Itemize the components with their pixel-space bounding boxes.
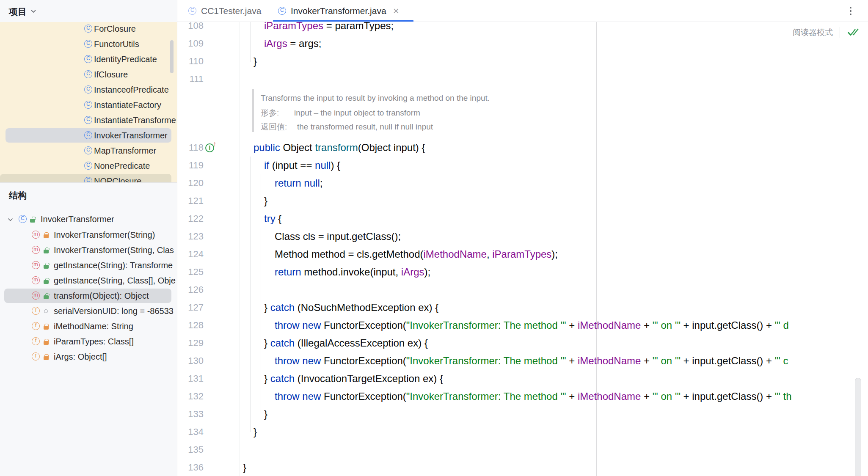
line-number-135[interactable]: 135 <box>177 441 204 459</box>
code-line-128[interactable]: throw new FunctorException("InvokerTrans… <box>275 316 789 334</box>
method-icon: m <box>32 261 40 269</box>
structure-member-0[interactable]: mInvokerTransformer(String) <box>0 227 177 242</box>
method-icon: m <box>32 292 40 300</box>
project-tree-item-instantiatefactory[interactable]: CInstantiateFactory <box>0 97 177 113</box>
code-line-125[interactable]: return method.invoke(input, iArgs); <box>275 263 430 281</box>
project-tree-item-invokertransformer[interactable]: CInvokerTransformer <box>0 128 177 143</box>
line-number-124[interactable]: 124 <box>177 245 204 263</box>
inspections-ok-check-icon[interactable] <box>847 27 860 38</box>
indent-guide <box>250 22 251 62</box>
editor-scrollbar-thumb[interactable] <box>855 378 861 476</box>
chevron-down-icon[interactable] <box>30 9 36 13</box>
doc-returns: 返回值:the transformed result, null if null… <box>261 121 433 133</box>
code-line-136[interactable]: } <box>243 459 246 476</box>
tab-close-icon[interactable]: × <box>393 7 399 15</box>
code-line-120[interactable]: return null; <box>275 174 322 192</box>
editor-options-kebab-icon[interactable] <box>844 5 857 17</box>
left-tool-window: 项目 CForClosureCFunctorUtilsCIdentityPred… <box>0 0 177 476</box>
structure-member-8[interactable]: fiArgs: Object[] <box>0 349 177 364</box>
class-icon: C <box>84 101 92 109</box>
structure-member-4[interactable]: mtransform(Object): Object <box>0 288 177 303</box>
structure-member-1[interactable]: mInvokerTransformer(String, Clas <box>0 242 177 258</box>
class-icon: C <box>84 70 92 78</box>
line-number-123[interactable]: 123 <box>177 228 204 245</box>
token-pln: Object <box>280 142 315 153</box>
project-tree-item-nonepredicate[interactable]: CNonePredicate <box>0 158 177 173</box>
code-line-132[interactable]: throw new FunctorException("InvokerTrans… <box>275 388 792 405</box>
line-number-129[interactable]: 129 <box>177 334 204 352</box>
line-number-130[interactable]: 130 <box>177 352 204 370</box>
structure-root-item[interactable]: CInvokerTransformer <box>0 212 177 227</box>
token-pln: (NoSuchMethodException ex) { <box>295 302 438 313</box>
code-line-124[interactable]: Method method = cls.getMethod(iMethodNam… <box>275 245 558 263</box>
code-line-131[interactable]: } catch (InvocationTargetException ex) { <box>264 370 443 388</box>
tab-cc1tester[interactable]: C CC1Tester.java <box>188 0 261 22</box>
tree-item-label: InstantiateTransforme <box>94 113 176 128</box>
line-number-111[interactable]: 111 <box>177 70 204 88</box>
structure-member-6[interactable]: fiMethodName: String <box>0 319 177 334</box>
project-tree-scrollbar[interactable] <box>170 40 174 73</box>
token-str: "' on '" <box>653 391 681 402</box>
structure-panel-header[interactable]: 结构 <box>0 182 177 207</box>
reader-mode-label: 阅读器模式 <box>793 27 833 38</box>
code-line-134[interactable]: } <box>254 423 257 441</box>
line-number-127[interactable]: 127 <box>177 299 204 316</box>
structure-member-3[interactable]: mgetInstance(String, Class[], Obje <box>0 273 177 288</box>
code-line-109[interactable]: iArgs = args; <box>264 35 321 52</box>
code-line-130[interactable]: throw new FunctorException("InvokerTrans… <box>275 352 788 370</box>
project-tree-item-instanceofpredicate[interactable]: CInstanceofPredicate <box>0 82 177 97</box>
project-panel-header[interactable]: 项目 <box>0 0 177 22</box>
token-str: "' th <box>775 391 792 402</box>
structure-member-2[interactable]: mgetInstance(String): Transforme <box>0 258 177 273</box>
code-line-118[interactable]: public Object transform(Object input) { <box>254 139 425 157</box>
code-line-110[interactable]: } <box>254 52 257 70</box>
project-tree-item-identitypredicate[interactable]: CIdentityPredicate <box>0 52 177 67</box>
tree-item-label: IdentityPredicate <box>94 52 157 67</box>
line-number-109[interactable]: 109 <box>177 35 204 52</box>
project-tree-item-forclosure[interactable]: CForClosure <box>0 22 177 36</box>
code-line-133[interactable]: } <box>264 405 267 423</box>
code-line-119[interactable]: if (input == null) { <box>264 157 340 174</box>
project-tree-item-maptransformer[interactable]: CMapTransformer <box>0 143 177 158</box>
doc-params: 形参:input – the input object to transform <box>261 107 420 119</box>
line-number-125[interactable]: 125 <box>177 263 204 281</box>
structure-item-label: getInstance(String, Class[], Obje <box>54 273 176 288</box>
tab-invokertransformer[interactable]: C InvokerTransformer.java × <box>278 0 399 22</box>
structure-member-5[interactable]: fserialVersionUID: long = -86533 <box>0 303 177 319</box>
code-line-122[interactable]: try { <box>264 210 281 228</box>
code-line-123[interactable]: Class cls = input.getClass(); <box>275 228 401 245</box>
line-number-131[interactable]: 131 <box>177 370 204 388</box>
line-number-121[interactable]: 121 <box>177 192 204 210</box>
line-number-128[interactable]: 128 <box>177 316 204 334</box>
project-tree-item-nopclosure[interactable]: CNOPClosure <box>0 173 177 182</box>
code-line-129[interactable]: } catch (IllegalAccessException ex) { <box>264 334 428 352</box>
line-number-120[interactable]: 120 <box>177 174 204 192</box>
line-number-122[interactable]: 122 <box>177 210 204 228</box>
structure-member-7[interactable]: fiParamTypes: Class[] <box>0 334 177 349</box>
code-line-127[interactable]: } catch (NoSuchMethodException ex) { <box>264 299 438 316</box>
line-number-126[interactable]: 126 <box>177 281 204 299</box>
token-pln: (InvocationTargetException ex) { <box>295 373 443 384</box>
line-number-108[interactable]: 108 <box>177 22 204 35</box>
code-editor[interactable]: 阅读器模式 Transforms the input to result by … <box>177 22 868 476</box>
class-icon: C <box>188 7 196 15</box>
line-number-119[interactable]: 119 <box>177 157 204 174</box>
project-tree-item-functorutils[interactable]: CFunctorUtils <box>0 36 177 52</box>
project-tree-item-instantiatetransforme[interactable]: CInstantiateTransforme <box>0 113 177 128</box>
code-line-108[interactable]: iParamTypes = paramTypes; <box>264 22 394 35</box>
code-line-121[interactable]: } <box>264 192 267 210</box>
project-tree-item-ifclosure[interactable]: CIfClosure <box>0 67 177 82</box>
class-icon: C <box>84 40 92 48</box>
chevron-down-icon[interactable] <box>8 218 13 221</box>
line-number-133[interactable]: 133 <box>177 405 204 423</box>
token-kw: catch <box>270 337 295 349</box>
token-pln: , <box>487 248 492 260</box>
line-number-136[interactable]: 136 <box>177 459 204 476</box>
tree-item-label: ForClosure <box>94 22 136 36</box>
token-kw: if <box>264 160 269 171</box>
line-number-132[interactable]: 132 <box>177 388 204 405</box>
tree-item-label: NonePredicate <box>94 158 150 173</box>
line-number-118[interactable]: 118 <box>177 139 204 157</box>
line-number-134[interactable]: 134 <box>177 423 204 441</box>
line-number-110[interactable]: 110 <box>177 52 204 70</box>
